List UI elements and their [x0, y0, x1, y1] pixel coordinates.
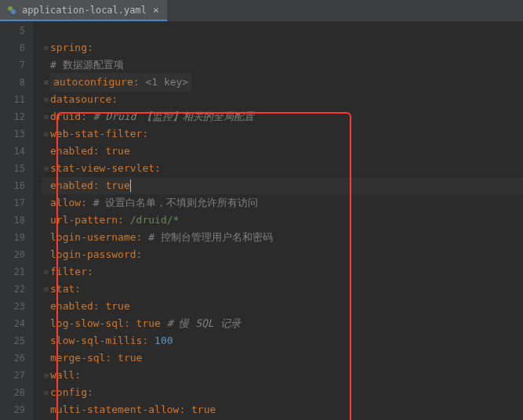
fold-icon[interactable]: ⊟ — [42, 91, 50, 108]
code-line-5 — [42, 22, 523, 39]
yaml-file-icon — [6, 5, 17, 16]
line-number: 11 — [0, 91, 25, 108]
line-number: 6 — [0, 39, 25, 56]
line-number: 5 — [0, 22, 25, 39]
line-number: 27 — [0, 367, 25, 384]
code-line-7: # 数据源配置项 — [42, 56, 523, 74]
code-line-24: log-slow-sql: true # 慢 SQL 记录 — [42, 315, 523, 332]
fold-icon[interactable]: ⊟ — [42, 367, 50, 384]
code-line-25: slow-sql-millis: 100 — [42, 332, 523, 349]
line-number: 22 — [0, 281, 25, 298]
code-line-16: enabled: true — [42, 177, 523, 194]
line-number: 23 — [0, 298, 25, 315]
code-line-28: ⊟ config: — [42, 384, 523, 401]
line-number: 29 — [0, 401, 25, 418]
line-number: 17 — [0, 194, 25, 212]
line-number: 25 — [0, 332, 25, 349]
line-number: 26 — [0, 349, 25, 367]
code-line-14: enabled: true — [42, 143, 523, 160]
line-number: 20 — [0, 246, 25, 263]
fold-icon[interactable]: ⊟ — [42, 384, 50, 401]
code-content[interactable]: ⊟spring: # 数据源配置项 ⊞ autoconfigure: <1 ke… — [33, 22, 523, 420]
line-number: 13 — [0, 125, 25, 143]
fold-icon[interactable]: ⊟ — [42, 160, 50, 177]
code-line-20: login-password: — [42, 246, 523, 263]
line-number: 16 — [0, 177, 25, 194]
editor-area[interactable]: 5 6 7 8 11 12 13 14 15 16 17 18 19 20 21… — [0, 22, 523, 420]
fold-icon[interactable]: ⊟ — [42, 39, 50, 56]
code-line-27: ⊟ wall: — [42, 367, 523, 384]
line-number: 14 — [0, 143, 25, 160]
line-number: 8 — [0, 74, 25, 91]
tab-bar: application-local.yaml × — [0, 0, 523, 22]
code-line-23: enabled: true — [42, 298, 523, 315]
tab-filename: application-local.yaml — [22, 5, 147, 16]
fold-icon[interactable]: ⊟ — [42, 263, 50, 281]
line-number: 7 — [0, 56, 25, 74]
text-cursor — [130, 179, 131, 192]
line-number: 21 — [0, 263, 25, 281]
code-line-15: ⊟ stat-view-servlet: — [42, 160, 523, 177]
code-line-11: ⊟ datasource: — [42, 91, 523, 108]
line-number: 24 — [0, 315, 25, 332]
code-line-19: login-username: # 控制台管理用户名和密码 — [42, 229, 523, 246]
code-line-18: url-pattern: /druid/* — [42, 212, 523, 229]
line-number: 19 — [0, 229, 25, 246]
svg-point-1 — [11, 9, 16, 14]
editor-tab[interactable]: application-local.yaml × — [0, 0, 167, 21]
line-number: 12 — [0, 108, 25, 125]
fold-icon[interactable]: ⊟ — [42, 108, 50, 125]
gutter: 5 6 7 8 11 12 13 14 15 16 17 18 19 20 21… — [0, 22, 33, 420]
line-number: 28 — [0, 384, 25, 401]
line-number: 18 — [0, 212, 25, 229]
code-line-21: ⊟ filter: — [42, 263, 523, 281]
code-line-22: ⊟ stat: — [42, 281, 523, 298]
fold-icon[interactable]: ⊟ — [42, 125, 50, 143]
code-line-13: ⊟ web-stat-filter: — [42, 125, 523, 143]
code-line-26: merge-sql: true — [42, 349, 523, 367]
fold-icon[interactable]: ⊟ — [42, 281, 50, 298]
code-line-12: ⊟ druid: # Druid 【监控】相关的全局配置 — [42, 108, 523, 125]
close-icon[interactable]: × — [151, 4, 161, 16]
code-line-17: allow: # 设置白名单，不填则允许所有访问 — [42, 194, 523, 212]
code-line-8: ⊞ autoconfigure: <1 key> — [42, 74, 523, 91]
fold-icon[interactable]: ⊞ — [42, 74, 50, 91]
code-line-6: ⊟spring: — [42, 39, 523, 56]
line-number: 15 — [0, 160, 25, 177]
code-line-29: multi-statement-allow: true — [42, 401, 523, 418]
